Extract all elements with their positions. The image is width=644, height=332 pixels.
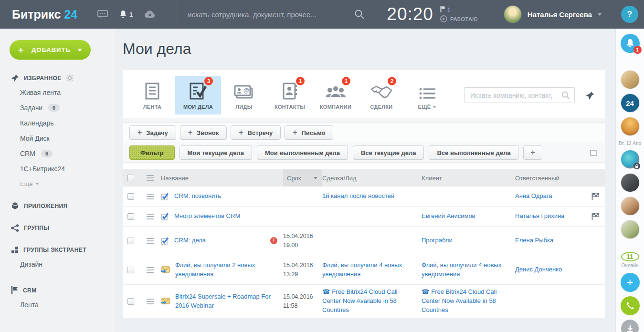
deal-link[interactable]: ☎Free Bitrix24 Cloud Call Center Now Ava… — [322, 288, 397, 313]
page-title: Мои дела — [123, 29, 605, 70]
preset-all-completed[interactable]: Все выполненные дела — [429, 145, 518, 160]
add-task-button[interactable]: +Задачу — [129, 125, 176, 140]
online-users-button[interactable]: 11 — [621, 252, 639, 261]
responsible-link[interactable]: Анна Одрага — [515, 192, 552, 199]
telephony-button[interactable] — [621, 296, 640, 315]
tab-leads[interactable]: @ ЛИДЫ — [221, 76, 267, 114]
gear-icon[interactable] — [66, 74, 74, 82]
sidebar-item-applications[interactable]: ПРИЛОЖЕНИЯ — [0, 202, 115, 210]
sidebar-item-calendar[interactable]: Календарь — [0, 115, 115, 131]
client-link[interactable]: ☎Free Bitrix24 Cloud Call Center Now Ava… — [422, 288, 496, 313]
column-header-responsible[interactable]: Ответственный — [515, 172, 586, 185]
crm-search-input[interactable]: Искать компанию, контакт, — [464, 87, 575, 103]
chat-avatar-4[interactable] — [621, 173, 640, 192]
chat-avatar-6[interactable] — [621, 220, 640, 239]
row-checkbox[interactable] — [127, 193, 134, 200]
chat-icon[interactable] — [97, 10, 108, 19]
sidebar-item-extranet-groups[interactable]: ГРУППЫ ЭКСТРАНЕТ — [0, 246, 115, 254]
chat-avatar-5[interactable] — [621, 197, 640, 216]
preset-my-completed[interactable]: Мои выполненные дела — [257, 145, 348, 160]
row-checkbox[interactable] — [127, 298, 134, 305]
column-header-deal[interactable]: Сделка/Лид — [322, 172, 422, 185]
deal-link[interactable]: Флий, вы получили 4 новых уведомления — [322, 261, 402, 278]
finish-flag-icon[interactable] — [591, 193, 599, 200]
search-icon[interactable] — [561, 91, 570, 100]
tab-companies[interactable]: 1 КОМПАНИИ — [313, 76, 359, 114]
add-meeting-button[interactable]: +Встречу — [231, 125, 281, 140]
user-avatar[interactable] — [504, 5, 522, 23]
crm-flag-icon — [11, 286, 18, 294]
finish-flag-icon[interactable] — [591, 213, 599, 220]
user-menu[interactable]: Наталья Сергеева — [490, 5, 615, 23]
sidebar-item-groups[interactable]: ГРУППЫ — [0, 224, 115, 232]
chat-avatar-1[interactable] — [621, 70, 640, 89]
add-button[interactable]: + ДОБАВИТЬ — [10, 40, 91, 60]
row-menu-icon[interactable] — [147, 238, 154, 244]
bitrix24-chat-avatar[interactable]: 24 — [621, 93, 640, 113]
work-time-block[interactable]: 20:20 1 РАБОТАЮ — [376, 0, 490, 29]
flag-counter[interactable]: 1 — [440, 6, 478, 12]
column-header-name[interactable]: Название — [161, 172, 283, 185]
grid-settings-icon[interactable] — [147, 175, 154, 181]
deal-link[interactable]: 1й канал после новостей — [322, 192, 394, 199]
client-link[interactable]: Флий, вы получили 4 новых уведомления — [422, 261, 501, 278]
invite-add-button[interactable]: + — [621, 273, 640, 292]
responsible-link[interactable]: Денис Донченко — [515, 266, 562, 273]
sidebar-item-tasks[interactable]: Задачи6 — [0, 100, 115, 115]
client-link[interactable]: Евгений Анисимов — [422, 212, 475, 219]
sidebar-item-live-feed[interactable]: Живая лента — [0, 85, 115, 100]
column-header-due[interactable]: Срок — [283, 169, 322, 187]
sidebar-item-my-disk[interactable]: Мой Диск — [0, 131, 115, 146]
activity-link[interactable]: CRM: позвонить — [174, 192, 221, 201]
tab-feed[interactable]: ЛЕНТА — [129, 76, 175, 114]
tab-deals[interactable]: 2 СДЕЛКИ — [359, 76, 404, 114]
add-call-button[interactable]: +Звонок — [180, 125, 227, 140]
sidebar-item-design[interactable]: Дизайн — [0, 257, 115, 272]
sidebar-item-1c-bitrix24[interactable]: 1С+Битрикс24 — [0, 161, 115, 176]
filter-button[interactable]: Фильтр — [129, 145, 175, 160]
add-email-button[interactable]: +Письмо — [285, 125, 333, 140]
download-app-button[interactable] — [621, 320, 639, 332]
search-icon[interactable] — [354, 9, 365, 20]
activity-link[interactable]: Bitrix24 Supersale + Roadmap For 2016 We… — [175, 292, 277, 311]
help-button[interactable]: ? — [621, 6, 638, 23]
preset-all-current[interactable]: Все текущие дела — [353, 145, 424, 160]
row-menu-icon[interactable] — [147, 267, 154, 273]
global-search[interactable]: искать сотрудника, документ, прочее... — [177, 0, 376, 29]
notifications-button[interactable]: 1 — [621, 34, 640, 53]
chat-avatar-2[interactable] — [621, 117, 640, 136]
add-preset-button[interactable]: + — [523, 145, 542, 160]
chat-avatar-3[interactable] — [621, 150, 640, 169]
work-status[interactable]: РАБОТАЮ — [440, 15, 478, 22]
tab-badge: 1 — [342, 77, 350, 85]
row-checkbox[interactable] — [127, 267, 134, 273]
responsible-link[interactable]: Елена Рыбка — [515, 237, 553, 244]
select-all-checkbox[interactable] — [127, 175, 134, 181]
responsible-link[interactable]: Наталья Грихина — [515, 212, 564, 219]
sidebar-item-crm-section[interactable]: CRM — [0, 286, 115, 294]
expand-window-icon[interactable] — [590, 150, 597, 156]
activity-link[interactable]: Флий, вы получили 2 новых уведомления — [175, 261, 277, 279]
tab-contacts[interactable]: 1 КОНТАКТЫ — [267, 76, 313, 114]
row-menu-icon[interactable] — [147, 299, 154, 304]
activity-link[interactable]: CRM: дела — [174, 236, 206, 245]
preset-my-current[interactable]: Мои текущие дела — [179, 145, 252, 160]
column-header-client[interactable]: Клиент — [422, 172, 515, 185]
pin-page-icon[interactable] — [585, 91, 594, 100]
row-menu-icon[interactable] — [147, 214, 154, 219]
clock[interactable]: 20:20 — [387, 4, 433, 24]
row-checkbox[interactable] — [127, 213, 134, 220]
tab-my-deals[interactable]: 3 МОИ ДЕЛА — [175, 76, 221, 114]
activity-link[interactable]: Много элементов CRM — [174, 212, 240, 221]
notifications-bell-icon[interactable]: 1 — [119, 10, 133, 19]
bitrix24-logo[interactable]: Битрикс 24 — [0, 8, 97, 21]
tab-more[interactable]: ЕЩЁ — [404, 76, 450, 114]
row-checkbox[interactable] — [127, 238, 134, 244]
due-cell: 15.04.201613:29 — [283, 258, 322, 281]
sidebar-item-crm-feed[interactable]: Лента — [0, 297, 115, 312]
sidebar-more[interactable]: Ещё — [0, 176, 115, 187]
cloud-network-icon[interactable] — [144, 10, 156, 18]
sidebar-item-crm[interactable]: CRM6 — [0, 146, 115, 161]
client-link[interactable]: Програбли — [422, 237, 453, 244]
row-menu-icon[interactable] — [147, 194, 154, 199]
